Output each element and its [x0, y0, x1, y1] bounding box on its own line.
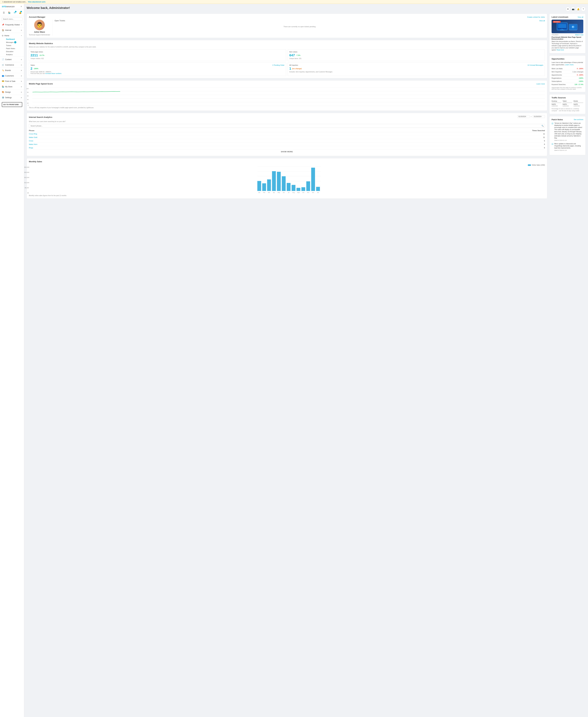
internal-search-title: Internal Search Analytics	[29, 116, 52, 118]
nav-item-commerce[interactable]: 🛒 Commerce ▶	[0, 63, 24, 67]
help-header-icon[interactable]: ?	[581, 7, 586, 11]
watch-now-link[interactable]: Watch now	[575, 34, 583, 36]
opportunities-learn-more-link[interactable]: Learn more.	[565, 64, 574, 66]
nav-sub-analytics[interactable]: Analytics	[4, 53, 24, 56]
opp-value: ↑100%	[578, 80, 583, 82]
search-phrase-link[interactable]: Cross Ring	[29, 133, 37, 135]
search-table-row: Cross Ring11	[29, 132, 545, 136]
notifications-bell-icon[interactable]: 🔔 1	[18, 10, 22, 15]
close-sidebar-icon[interactable]: ✕	[20, 5, 22, 8]
sidebar-icon-row: ☰ 🏪 ✉ 1 🔔 1	[0, 9, 24, 16]
notif-text: 1 abandoned cart email(s) sent...	[2, 1, 27, 3]
store-icon[interactable]: 🏪	[7, 10, 12, 15]
nav-item-settings[interactable]: ⚙️ Settings ▶	[0, 95, 24, 100]
col-right: Latest Livestream View all SEASON 1	[549, 14, 586, 199]
pending-order-link[interactable]: 1 Pending Order	[272, 64, 285, 66]
nav-content-label: Content	[5, 59, 12, 61]
bell-header-icon[interactable]: 🔔	[576, 7, 581, 11]
camera-header-icon[interactable]: 📷	[571, 7, 575, 11]
nav-brands-label: Brands	[5, 69, 11, 71]
traffic-header: Traffic Sources	[551, 96, 583, 99]
nav-item-internal[interactable]: 🏠 Internal ▶	[0, 28, 24, 32]
chevron-content-icon: ▶	[21, 59, 22, 60]
create-ticket-link[interactable]: Create a ticket for Juñor	[527, 16, 545, 18]
search-phrase-link[interactable]: Italian Horn	[29, 144, 37, 145]
mobile-track	[573, 103, 583, 103]
nav-item-content[interactable]: 📄 Content ▶	[0, 58, 24, 62]
nav-sub-messages[interactable]: Messages ●	[4, 41, 24, 44]
date-range-row: —	[518, 115, 545, 118]
phrase-search-input[interactable]	[29, 124, 545, 128]
opportunity-row: Subscriptions:↑100%	[551, 80, 583, 83]
nav-item-home[interactable]: ⊙ Home ▼	[0, 34, 24, 38]
svg-text:80: 80	[27, 91, 28, 93]
nav-item-design[interactable]: 🎨 Design ▶	[0, 90, 24, 94]
stream-read-more-link[interactable]: Read more	[556, 49, 564, 51]
weekly-stats-subtitle: Below are your statistics for the week o…	[29, 46, 545, 48]
nav-item-point-of-sale[interactable]: 💳 Point of Sale ▶	[0, 79, 24, 83]
view-all-streams-link[interactable]: View all	[578, 16, 583, 18]
svg-text:100: 100	[26, 88, 28, 89]
view-abandoned-carts-link[interactable]: View abandoned carts	[28, 1, 45, 3]
stat-box-item-views: Item views: 647 ↑7.5% Unique items: 331	[288, 49, 545, 61]
patch-notes-card: Patch Notes See archives ☑"Arrives by Va…	[549, 116, 586, 155]
messages-icon[interactable]: ✉ 1	[13, 10, 17, 15]
nav-settings-section: ⚙️ Settings ▶	[0, 95, 24, 100]
nav-item-brands[interactable]: 🏷️ Brands ▶	[0, 68, 24, 72]
monthly-sales-title: Monthly Sales	[29, 160, 42, 163]
sidebar-logo: SITEMANAGER	[2, 5, 15, 8]
nav-sub-patch-notes[interactable]: Patch Notes	[4, 47, 24, 50]
search-phrase-link[interactable]: Italian Gold	[29, 136, 37, 138]
hamburger-menu-icon[interactable]: ☰	[2, 10, 6, 15]
desktop-sub: customers	[551, 105, 561, 107]
mobile-speed-card: Mobile Page Speed Score Learn more 100 8…	[27, 80, 547, 111]
search-results-table: Cross Ring11Italian Gold11Cross6Italian …	[29, 132, 545, 150]
legend-color-swatch	[528, 165, 531, 166]
patch-week: Week of 2024-01-18	[554, 139, 583, 142]
learn-more-speed-link[interactable]: Learn more	[537, 83, 545, 85]
chevron-pos-icon: ▶	[21, 80, 22, 82]
date-from-input[interactable]	[518, 115, 529, 118]
view-all-tickets-link[interactable]: View all	[539, 20, 545, 22]
show-more-button[interactable]: SHOW MORE	[29, 150, 545, 154]
bar-month-label: Jun	[283, 192, 285, 193]
header-icon-row: ✉ 📷 🔔 ?	[566, 7, 586, 11]
mail-header-icon[interactable]: ✉	[566, 7, 570, 11]
bar-month-label: Jan	[317, 192, 319, 193]
search-count: 6	[544, 147, 545, 149]
bar-rect	[282, 176, 286, 191]
opportunities-card: Opportunities Learn how to take advantag…	[549, 56, 586, 92]
inquiries-change: {no change}	[292, 68, 302, 69]
nav-item-my-store[interactable]: 🏪 My Store ▶	[0, 85, 24, 89]
search-table-row: Italian Horn6	[29, 143, 545, 146]
item-views-value: 647 ↑7.5%	[289, 53, 543, 57]
stream-video-desc: Watch this demonstration as Aaron, Direc…	[551, 41, 583, 51]
nav-item-frequently-visited[interactable]: 📌 Frequently Visited ▼	[0, 23, 24, 27]
nav-sub-tickets[interactable]: Tickets	[4, 44, 24, 47]
nav-content-section: 📄 Content ▶	[0, 57, 24, 62]
page-views-label: Total page views:	[30, 51, 285, 53]
nav-mystore-section: 🏪 My Store ▶	[0, 84, 24, 89]
internal-search-header: Internal Search Analytics —	[29, 115, 545, 119]
go-to-frontend-container: GO TO FRONT-END →	[2, 102, 22, 107]
unread-messages-link[interactable]: 14 Unread Messages	[527, 64, 543, 66]
increase-numbers-link[interactable]: increase these numbers	[45, 73, 62, 74]
nav-item-customers[interactable]: 👥 Customers ▶	[0, 74, 24, 78]
chevron-design-icon: ▶	[21, 91, 22, 93]
home-submenu: Dashboard Messages ● Tickets Patch Notes…	[0, 38, 24, 56]
search-phrase-link[interactable]: Cross	[29, 140, 33, 142]
bar-rect	[311, 168, 315, 191]
search-phrase-link[interactable]: Rings	[29, 147, 33, 149]
svg-text:20: 20	[27, 103, 28, 104]
opp-label: Keyword Searches:	[551, 84, 566, 85]
opportunities-title: Opportunities	[551, 58, 564, 60]
manager-avatar: 👨	[34, 20, 45, 30]
nav-sub-education[interactable]: Education	[4, 50, 24, 53]
nav-sub-dashboard[interactable]: Dashboard	[4, 38, 24, 41]
search-menu-input[interactable]	[1, 17, 22, 21]
date-to-input[interactable]	[533, 115, 545, 118]
see-archives-link[interactable]: See archives	[574, 118, 583, 121]
go-to-frontend-button[interactable]: GO TO FRONT-END →	[2, 102, 22, 107]
opp-label: Appointments:	[551, 74, 562, 76]
speed-chart-caption: This is a 90 day snapshot of your homepa…	[29, 107, 545, 108]
